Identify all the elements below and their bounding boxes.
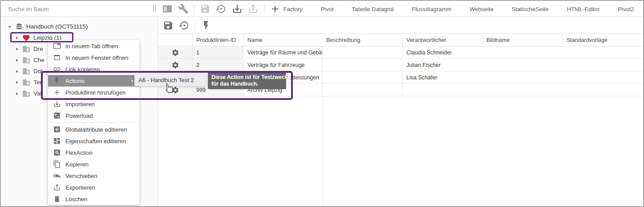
cell-beschreibung bbox=[323, 59, 403, 71]
toolbar-icon[interactable] bbox=[178, 4, 189, 14]
caret-right-icon[interactable] bbox=[13, 68, 20, 75]
table-header: Produktlinien-ID Name Beschreibung Veran… bbox=[158, 34, 643, 46]
table-row[interactable]: 999 Archiv Leipzig bbox=[158, 84, 643, 96]
tree-node-label[interactable]: Che bbox=[33, 57, 45, 63]
submenu-arrow-icon bbox=[130, 89, 136, 95]
row-settings-gear-icon[interactable] bbox=[171, 61, 179, 69]
column-header-bildname[interactable]: Bildname bbox=[483, 34, 563, 46]
caret-right-icon[interactable] bbox=[13, 46, 20, 53]
cell-bildname bbox=[483, 59, 563, 71]
context-menu-item[interactable]: Verschieben bbox=[48, 170, 139, 182]
menu-item-icon bbox=[53, 160, 61, 168]
submenu-item-action[interactable]: A6 - Handbuch Test 2 bbox=[134, 77, 194, 83]
context-menu-item[interactable]: In neuem Fenster öffnen bbox=[48, 52, 139, 63]
menu-item-label: Powerload bbox=[65, 112, 93, 119]
context-menu-item[interactable]: Link kopieren bbox=[48, 63, 139, 75]
caret-right-icon[interactable] bbox=[13, 79, 20, 86]
context-menu-item[interactable]: Globalattribute editieren bbox=[48, 124, 139, 135]
submenu-arrow-icon bbox=[130, 196, 136, 202]
toolbar-icon[interactable] bbox=[248, 4, 259, 14]
grid-toolbar-icon[interactable] bbox=[201, 20, 211, 31]
menu-item-icon bbox=[53, 137, 61, 145]
row-settings-gear-icon[interactable] bbox=[171, 86, 179, 94]
menu-item-label: In neuem Fenster öffnen bbox=[65, 54, 128, 61]
building-icon bbox=[22, 45, 30, 53]
cell-standardvorlage bbox=[563, 46, 643, 58]
cell-bildname bbox=[483, 84, 563, 96]
cell-bildname bbox=[483, 71, 563, 83]
tree-node-label[interactable]: Dre bbox=[33, 46, 43, 52]
building-icon bbox=[22, 67, 30, 75]
column-header-standardvorlage[interactable]: Standardvorlage bbox=[563, 34, 643, 46]
column-header-beschreibung[interactable]: Beschreibung bbox=[323, 34, 403, 46]
submenu-arrow-icon bbox=[130, 126, 136, 132]
column-header-actions[interactable] bbox=[158, 34, 193, 46]
building-icon bbox=[22, 90, 30, 98]
view-tab[interactable]: Webseite bbox=[470, 6, 494, 12]
menu-item-icon bbox=[53, 88, 61, 96]
menu-item-icon bbox=[53, 172, 61, 180]
context-menu-item[interactable]: Eigenschaften editieren bbox=[48, 135, 139, 147]
cell-standardvorlage bbox=[563, 59, 643, 71]
caret-right-icon[interactable] bbox=[13, 34, 20, 41]
table-row[interactable]: 2 Verträge für Fahrzeuge Julian Fischer bbox=[158, 59, 643, 71]
view-tab[interactable]: Flussdiagramm bbox=[412, 6, 451, 12]
heart-icon bbox=[22, 34, 30, 42]
column-header-produktlinien-id[interactable]: Produktlinien-ID bbox=[193, 34, 244, 46]
menu-item-label: Kopieren bbox=[65, 161, 89, 168]
tree-node-label[interactable]: Ter bbox=[33, 79, 42, 86]
context-menu-item[interactable]: Exportieren bbox=[48, 182, 139, 193]
splitter-handle[interactable]: || bbox=[153, 4, 157, 12]
context-menu-item[interactable]: Produktlinie hinzufügen bbox=[48, 87, 139, 98]
tree-node-root[interactable]: Handbuch (OCT51115) bbox=[1, 21, 158, 32]
view-tab[interactable]: Factory bbox=[283, 6, 302, 12]
grid-toolbar-icon[interactable] bbox=[163, 20, 174, 31]
tree-node-label[interactable]: Val bbox=[33, 90, 42, 97]
menu-item-label: Globalattribute editieren bbox=[65, 126, 127, 133]
tree-node-label[interactable]: Dol bbox=[33, 68, 42, 75]
table-row[interactable]: 1 Verträge für Räume und Gebäude Claudia… bbox=[158, 46, 643, 59]
submenu-arrow-icon bbox=[130, 66, 136, 72]
caret-right-icon[interactable] bbox=[13, 57, 20, 64]
cell-bildname bbox=[483, 46, 563, 58]
main-toolbar-icons bbox=[162, 1, 280, 17]
cell-beschreibung bbox=[323, 46, 403, 58]
view-tab[interactable]: StatischeSeite bbox=[512, 6, 549, 12]
context-menu-item[interactable]: FlexAction bbox=[48, 147, 139, 158]
table-row[interactable]: Verträge für Dienstleistungen Lisa Schäf… bbox=[158, 71, 643, 84]
caret-right-icon[interactable] bbox=[13, 90, 20, 97]
grid-toolbar-icon[interactable] bbox=[179, 20, 190, 31]
toolbar-icon[interactable] bbox=[200, 4, 211, 14]
column-divider bbox=[323, 96, 323, 206]
toolbar-icon[interactable] bbox=[232, 4, 243, 14]
tree-node-label[interactable]: Handbuch (OCT51115) bbox=[26, 23, 88, 30]
context-menu-item[interactable]: Actions bbox=[48, 75, 139, 87]
toolbar-icon[interactable] bbox=[162, 4, 173, 14]
toolbar-icon[interactable] bbox=[264, 4, 264, 14]
building-icon bbox=[22, 79, 30, 87]
context-menu-item[interactable]: Kopieren bbox=[48, 158, 139, 170]
toolbar-icon[interactable] bbox=[194, 4, 194, 14]
context-menu-item[interactable]: Löschen bbox=[48, 193, 139, 205]
cell-name: Verträge für Räume und Gebäude bbox=[244, 46, 323, 58]
context-menu-item[interactable]: Importieren bbox=[48, 98, 139, 110]
context-menu-item[interactable]: In neuem Tab öffnen bbox=[48, 40, 139, 52]
toolbar-icon[interactable] bbox=[216, 4, 227, 14]
cell-verantwortlicher bbox=[403, 84, 483, 96]
menu-item-label: Link kopieren bbox=[65, 66, 100, 73]
grid-toolbar-icon[interactable] bbox=[195, 20, 195, 31]
view-tab[interactable]: Pivot bbox=[321, 6, 334, 12]
cell-produktlinien-id: 2 bbox=[193, 59, 244, 71]
menu-item-label: In neuem Tab öffnen bbox=[65, 43, 118, 50]
context-menu-item[interactable] bbox=[48, 122, 139, 123]
submenu-arrow-icon bbox=[130, 54, 136, 61]
view-tab[interactable]: Pivot2 bbox=[618, 6, 634, 12]
search-input[interactable] bbox=[7, 3, 136, 15]
context-menu-item[interactable]: Powerload bbox=[48, 110, 139, 121]
row-settings-gear-icon[interactable] bbox=[171, 49, 179, 57]
caret-down-icon[interactable] bbox=[6, 23, 13, 30]
column-header-name[interactable]: Name bbox=[244, 34, 323, 46]
view-tab[interactable]: Tabelle Datagrid bbox=[352, 6, 393, 12]
view-tab[interactable]: HTML-Editor bbox=[567, 6, 600, 12]
column-header-verantwortlicher[interactable]: Verantwortlicher bbox=[403, 34, 483, 46]
